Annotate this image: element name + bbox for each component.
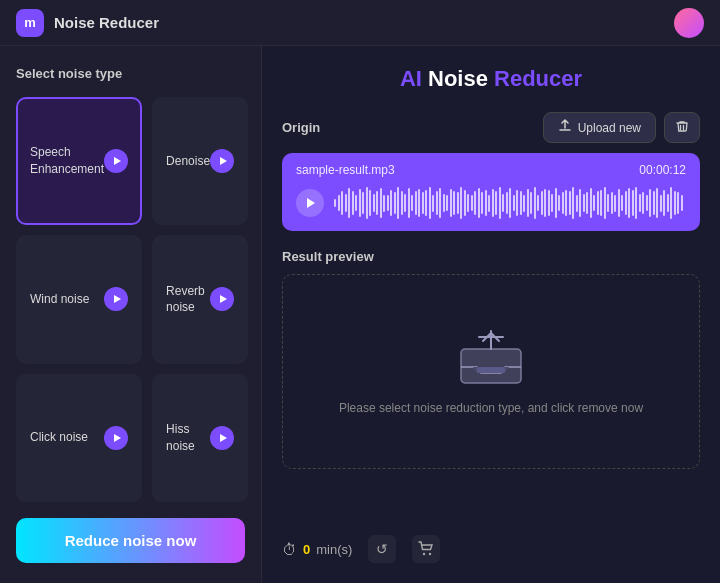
sidebar: Select noise type Speech Enhancement Den…	[0, 46, 262, 583]
upload-new-button[interactable]: Upload new	[543, 112, 656, 143]
reduce-noise-button[interactable]: Reduce noise now	[16, 518, 245, 563]
origin-title: Origin	[282, 120, 320, 135]
delete-button[interactable]	[664, 112, 700, 143]
bottom-bar: ⏱ 0 min(s) ↺	[282, 535, 700, 563]
noise-item-label: Wind noise	[30, 291, 89, 308]
header-left: m Noise Reducer	[16, 9, 159, 37]
time-info: ⏱ 0 min(s)	[282, 541, 352, 558]
noise-item-label: Hiss noise	[166, 421, 210, 455]
audio-filename: sample-result.mp3	[296, 163, 395, 177]
noise-item-wind-noise[interactable]: Wind noise	[16, 235, 142, 363]
time-value: 0	[303, 542, 310, 557]
svg-point-4	[429, 553, 431, 555]
noise-item-hiss-noise[interactable]: Hiss noise	[152, 374, 248, 502]
noise-item-reverb-noise[interactable]: Reverb noise	[152, 235, 248, 363]
audio-player: sample-result.mp3 00:00:12	[282, 153, 700, 231]
cart-button[interactable]	[412, 535, 440, 563]
svg-rect-2	[477, 367, 505, 373]
origin-section-header: Origin Upload new	[282, 112, 700, 143]
time-unit: min(s)	[316, 542, 352, 557]
clock-icon: ⏱	[282, 541, 297, 558]
result-section: Result preview Please select noise reduc…	[282, 249, 700, 523]
play-icon[interactable]	[210, 287, 234, 311]
audio-controls	[296, 185, 686, 221]
noise-item-label: Click noise	[30, 429, 88, 446]
app-logo: m	[16, 9, 44, 37]
audio-duration: 00:00:12	[639, 163, 686, 177]
sidebar-title: Select noise type	[16, 66, 245, 81]
play-icon[interactable]	[210, 149, 234, 173]
page-title: AI Noise Reducer	[282, 66, 700, 92]
result-placeholder: Please select noise reduction type, and …	[339, 401, 643, 415]
noise-item-label: Denoise	[166, 153, 210, 170]
upload-icon	[558, 119, 572, 136]
result-box: Please select noise reduction type, and …	[282, 274, 700, 469]
noise-item-click-noise[interactable]: Click noise	[16, 374, 142, 502]
svg-rect-0	[461, 349, 521, 383]
right-panel: AI Noise Reducer Origin Upload new	[262, 46, 720, 583]
noise-item-denoise[interactable]: Denoise	[152, 97, 248, 225]
page-title-reducer: Reducer	[494, 66, 582, 91]
svg-point-3	[423, 553, 425, 555]
result-title: Result preview	[282, 249, 700, 264]
play-icon[interactable]	[210, 426, 234, 450]
noise-item-label: Speech Enhancement	[30, 144, 104, 178]
main-content: Select noise type Speech Enhancement Den…	[0, 46, 720, 583]
noise-item-label: Reverb noise	[166, 283, 210, 317]
app-title: Noise Reducer	[54, 14, 159, 31]
app-header: m Noise Reducer	[0, 0, 720, 46]
play-icon[interactable]	[104, 149, 128, 173]
audio-file-row: sample-result.mp3 00:00:12	[296, 163, 686, 177]
noise-type-grid: Speech Enhancement Denoise Wind noise Re…	[16, 97, 245, 502]
origin-actions: Upload new	[543, 112, 700, 143]
empty-state-icon	[457, 329, 525, 387]
upload-button-label: Upload new	[578, 121, 641, 135]
play-icon[interactable]	[104, 287, 128, 311]
noise-item-speech-enhancement[interactable]: Speech Enhancement	[16, 97, 142, 225]
refresh-button[interactable]: ↺	[368, 535, 396, 563]
page-title-noise: Noise	[428, 66, 494, 91]
waveform	[334, 185, 686, 221]
audio-play-button[interactable]	[296, 189, 324, 217]
avatar[interactable]	[674, 8, 704, 38]
play-icon[interactable]	[104, 426, 128, 450]
page-title-ai: AI	[400, 66, 428, 91]
